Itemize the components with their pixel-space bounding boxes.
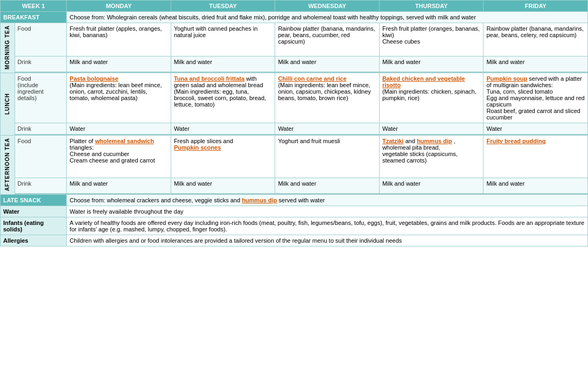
afternoon-tea-wednesday-food: Yoghurt and fruit muesli bbox=[275, 136, 380, 178]
wholemeal-sandwich-link[interactable]: wholemeal sandwich bbox=[95, 138, 153, 144]
morning-tea-monday-food: Fresh fruit platter (apples, oranges, ki… bbox=[67, 23, 171, 57]
morning-tea-tuesday-drink: Milk and water bbox=[171, 57, 275, 72]
lunch-drink-label: Drink bbox=[15, 123, 67, 135]
breakfast-note: Choose from: Wholegrain cereals (wheat b… bbox=[67, 12, 588, 23]
hummus-dip-link-late[interactable]: hummus dip bbox=[242, 197, 277, 203]
lunch-section: LUNCH bbox=[1, 73, 15, 136]
lunch-wednesday-drink: Water bbox=[275, 123, 380, 135]
morning-tea-thursday-food: Fresh fruit platter (oranges, bananas, k… bbox=[379, 23, 484, 57]
water-note: Water is freely available throughout the… bbox=[67, 206, 588, 217]
lunch-friday-food: Pumpkin soup served with a platter of mu… bbox=[484, 73, 588, 123]
afternoon-tea-tuesday-drink: Milk and water bbox=[171, 178, 275, 194]
thursday-header: THURSDAY bbox=[379, 1, 484, 12]
afternoon-tea-tuesday-food: Fresh apple slices and Pumpkin scones bbox=[171, 136, 275, 178]
afternoon-tea-monday-drink: Milk and water bbox=[67, 178, 171, 194]
tuna-frittata-link[interactable]: Tuna and broccoli frittata bbox=[174, 75, 244, 82]
afternoon-tea-thursday-food: Tzatziki and hummus dip ,wholemeal pita … bbox=[379, 136, 484, 178]
morning-tea-label: MORNING TEA bbox=[4, 25, 10, 69]
afternoon-tea-wednesday-drink: Milk and water bbox=[275, 178, 380, 194]
morning-tea-thursday-drink: Milk and water bbox=[379, 57, 484, 72]
morning-tea-friday-drink: Milk and water bbox=[484, 57, 588, 72]
afternoon-tea-section: AFTERNOON TEA bbox=[1, 136, 15, 195]
allergies-label: Allergies bbox=[1, 235, 67, 246]
pumpkin-scones-link[interactable]: Pumpkin scones bbox=[174, 144, 221, 151]
afternoon-tea-food-label: Food bbox=[15, 136, 67, 178]
breakfast-label: BREAKFAST bbox=[1, 12, 67, 23]
afternoon-tea-monday-food: Platter of wholemeal sandwich triangles:… bbox=[67, 136, 171, 178]
week-header: WEEK 1 bbox=[1, 1, 67, 12]
morning-tea-monday-drink: Milk and water bbox=[67, 57, 171, 72]
allergies-note: Children with allergies and or food into… bbox=[67, 235, 588, 246]
meal-plan-table: WEEK 1 MONDAY TUESDAY WEDNESDAY THURSDAY… bbox=[0, 0, 588, 246]
afternoon-tea-friday-drink: Milk and water bbox=[484, 178, 588, 194]
late-snack-note: Choose from: wholemeal crackers and chee… bbox=[67, 195, 588, 206]
morning-tea-section: MORNING TEA bbox=[1, 23, 15, 73]
lunch-monday-food: Pasta bolognaise (Main ingredients: lean… bbox=[67, 73, 171, 123]
lunch-thursday-food: Baked chicken and vegetable risotto (Mai… bbox=[379, 73, 484, 123]
lunch-tuesday-food: Tuna and broccoli frittata with green sa… bbox=[171, 73, 275, 123]
pumpkin-soup-link[interactable]: Pumpkin soup bbox=[486, 75, 527, 82]
afternoon-tea-thursday-drink: Milk and water bbox=[379, 178, 484, 194]
infants-label: Infants (eating solids) bbox=[1, 217, 67, 235]
friday-header: FRIDAY bbox=[484, 1, 588, 12]
chilli-con-carne-link[interactable]: Chilli con carne and rice bbox=[278, 75, 346, 82]
late-snack-label: LATE SNACK bbox=[1, 195, 67, 206]
morning-tea-tuesday-food: Yoghurt with canned peaches in natural j… bbox=[171, 23, 275, 57]
morning-tea-friday-food: Rainbow platter (banana, mandarins, pear… bbox=[484, 23, 588, 57]
afternoon-tea-friday-food: Fruity bread pudding bbox=[484, 136, 588, 178]
hummus-dip-link-afternoon[interactable]: hummus dip bbox=[417, 138, 452, 144]
lunch-label: LUNCH bbox=[4, 93, 10, 115]
lunch-friday-drink: Water bbox=[484, 123, 588, 135]
pasta-bolognaise-link[interactable]: Pasta bolognaise bbox=[69, 75, 118, 82]
wednesday-header: WEDNESDAY bbox=[275, 1, 380, 12]
baked-chicken-link[interactable]: Baked chicken and vegetable risotto bbox=[382, 75, 465, 88]
lunch-food-label: Food(includeingredientdetails) bbox=[15, 73, 67, 123]
morning-tea-food-label: Food bbox=[15, 23, 67, 57]
lunch-thursday-drink: Water bbox=[379, 123, 484, 135]
morning-tea-wednesday-food: Rainbow platter (banana, mandarins, pear… bbox=[275, 23, 380, 57]
infants-note: A variety of healthy foods are offered e… bbox=[67, 217, 588, 235]
lunch-monday-drink: Water bbox=[67, 123, 171, 135]
water-label: Water bbox=[1, 206, 67, 217]
lunch-wednesday-food: Chilli con carne and rice (Main ingredie… bbox=[275, 73, 380, 123]
lunch-tuesday-drink: Water bbox=[171, 123, 275, 135]
tuesday-header: TUESDAY bbox=[171, 1, 275, 12]
monday-header: MONDAY bbox=[67, 1, 171, 12]
afternoon-tea-drink-label: Drink bbox=[15, 178, 67, 194]
morning-tea-wednesday-drink: Milk and water bbox=[275, 57, 380, 72]
fruity-bread-pudding-link[interactable]: Fruity bread pudding bbox=[486, 138, 545, 144]
afternoon-tea-label: AFTERNOON TEA bbox=[4, 138, 10, 191]
tzatziki-link[interactable]: Tzatziki bbox=[382, 138, 404, 144]
morning-tea-drink-label: Drink bbox=[15, 57, 67, 72]
